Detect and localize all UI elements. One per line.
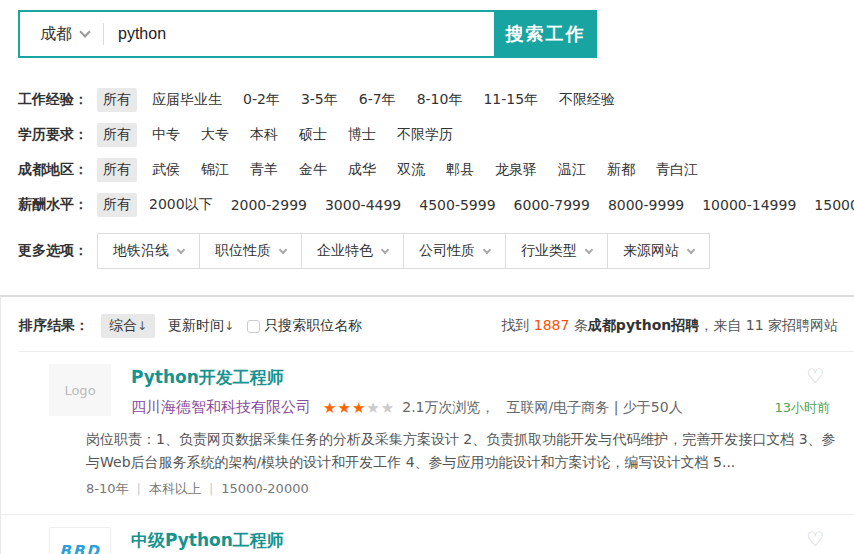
filter-label: 工作经验： <box>18 91 88 109</box>
chevron-down-icon <box>177 245 185 253</box>
dropdown-label: 公司性质 <box>419 242 475 260</box>
filter-option[interactable]: 青白江 <box>650 158 704 182</box>
result-count: 1887 <box>534 317 570 333</box>
dropdown-group: 地铁沿线 职位性质 企业特色 公司性质 行业类型 来源网站 <box>97 233 710 269</box>
filter-row-experience: 工作经验： 所有 应届毕业生 0-2年 3-5年 6-7年 8-10年 11-1… <box>18 88 854 112</box>
search-box: 成都 搜索工作 <box>18 10 597 58</box>
job-card[interactable]: BBD 中级Python工程师 ♡ 成都数联铭品科技有限公司 ★★★★★ 1.8… <box>1 514 854 554</box>
rating-stars: ★★★★★ <box>323 399 395 417</box>
favorite-heart-icon[interactable]: ♡ <box>806 366 838 386</box>
filter-option[interactable]: 温江 <box>552 158 592 182</box>
filter-option[interactable]: 博士 <box>342 123 382 147</box>
dropdown-label: 行业类型 <box>521 242 577 260</box>
filter-option[interactable]: 锦江 <box>195 158 235 182</box>
filter-row-salary: 薪酬水平： 所有 2000以下 2000-2999 3000-4499 4500… <box>18 193 854 217</box>
filter-option[interactable]: 4500-5999 <box>413 194 501 216</box>
filter-option[interactable]: 所有 <box>97 88 137 112</box>
filter-option[interactable]: 3-5年 <box>295 88 344 112</box>
post-time: 13小时前 <box>774 399 838 417</box>
filter-option[interactable]: 大专 <box>195 123 235 147</box>
education-requirement: 本科以上 <box>149 481 201 496</box>
company-logo: BBD <box>49 527 111 554</box>
filter-option[interactable]: 6-7年 <box>353 88 402 112</box>
filter-option[interactable]: 所有 <box>97 123 137 147</box>
city-selector[interactable]: 成都 <box>20 24 103 45</box>
dropdown-company-feature[interactable]: 企业特色 <box>301 233 404 269</box>
dropdown-source-site[interactable]: 来源网站 <box>607 233 710 269</box>
filter-option[interactable]: 2000以下 <box>143 193 219 217</box>
job-requirements: 8-10年|本科以上|15000-20000 <box>86 480 838 514</box>
chevron-down-icon <box>79 26 90 37</box>
dropdown-job-type[interactable]: 职位性质 <box>199 233 302 269</box>
job-card[interactable]: Logo Python开发工程师 ♡ 四川海德智和科技有限公司 ★★★★★ 2.… <box>1 352 854 514</box>
checkbox-text: 只搜索职位名称 <box>264 317 362 335</box>
title-only-checkbox[interactable] <box>247 320 260 333</box>
filter-option[interactable]: 所有 <box>97 158 137 182</box>
arrow-down-icon: ↓ <box>137 319 147 333</box>
result-keyword: 成都python招聘 <box>588 317 699 333</box>
chevron-down-icon <box>585 245 593 253</box>
chevron-down-icon <box>483 245 491 253</box>
filter-section: 工作经验： 所有 应届毕业生 0-2年 3-5年 6-7年 8-10年 11-1… <box>18 88 854 269</box>
sort-update-time-button[interactable]: 更新时间↓ <box>168 317 234 335</box>
dropdown-label: 企业特色 <box>317 242 373 260</box>
filter-option[interactable]: 不限学历 <box>391 123 459 147</box>
filter-option[interactable]: 15000-19999 <box>808 194 854 216</box>
filter-row-district: 成都地区： 所有 武侯 锦江 青羊 金牛 成华 双流 郫县 龙泉驿 温江 新都 … <box>18 158 854 182</box>
filter-option[interactable]: 龙泉驿 <box>489 158 543 182</box>
filter-option[interactable]: 新都 <box>601 158 641 182</box>
search-input[interactable] <box>104 12 494 56</box>
filter-option[interactable]: 0-2年 <box>237 88 286 112</box>
chevron-down-icon <box>687 245 695 253</box>
sort-option-label: 综合 <box>109 317 137 333</box>
dropdown-label: 地铁沿线 <box>113 242 169 260</box>
job-description: 岗位职责：1、负责网页数据采集任务的分析及采集方案设计 2、负责抓取功能开发与代… <box>86 428 838 473</box>
company-link[interactable]: 四川海德智和科技有限公司 <box>131 398 311 417</box>
filter-row-education: 学历要求： 所有 中专 大专 本科 硕士 博士 不限学历 <box>18 123 854 147</box>
filter-option[interactable]: 2000-2999 <box>225 194 313 216</box>
dropdown-label: 职位性质 <box>215 242 271 260</box>
job-title-link[interactable]: Python开发工程师 <box>131 366 284 389</box>
filter-option[interactable]: 8-10年 <box>411 88 469 112</box>
filter-option[interactable]: 硕士 <box>293 123 333 147</box>
filter-option[interactable]: 双流 <box>391 158 431 182</box>
dropdown-label: 来源网站 <box>623 242 679 260</box>
filter-option[interactable]: 中专 <box>146 123 186 147</box>
divider: | <box>137 481 141 496</box>
dropdown-industry[interactable]: 行业类型 <box>505 233 608 269</box>
search-button[interactable]: 搜索工作 <box>494 10 597 58</box>
filter-option[interactable]: 武侯 <box>146 158 186 182</box>
arrow-down-icon: ↓ <box>224 319 234 333</box>
filter-option[interactable]: 所有 <box>97 193 137 217</box>
city-label: 成都 <box>40 24 72 45</box>
filter-option[interactable]: 郫县 <box>440 158 480 182</box>
search-section: 成都 搜索工作 <box>0 0 854 58</box>
filter-option[interactable]: 10000-14999 <box>696 194 802 216</box>
filter-option[interactable]: 3000-4499 <box>319 194 407 216</box>
chevron-down-icon <box>381 245 389 253</box>
filter-option[interactable]: 金牛 <box>293 158 333 182</box>
filter-label: 更多选项： <box>18 242 88 260</box>
filter-label: 薪酬水平： <box>18 196 88 214</box>
filter-option[interactable]: 成华 <box>342 158 382 182</box>
title-only-checkbox-label[interactable]: 只搜索职位名称 <box>247 317 362 335</box>
filter-option[interactable]: 青羊 <box>244 158 284 182</box>
filter-option[interactable]: 应届毕业生 <box>146 88 228 112</box>
filter-option[interactable]: 不限经验 <box>553 88 621 112</box>
sort-bar: 排序结果： 综合↓ 更新时间↓ 只搜索职位名称 找到 1887 条成都pytho… <box>1 297 854 351</box>
filter-option[interactable]: 6000-7999 <box>508 194 596 216</box>
job-title-link[interactable]: 中级Python工程师 <box>131 529 284 552</box>
divider: | <box>209 481 213 496</box>
industry-size: 互联网/电子商务 | 少于50人 <box>507 399 683 417</box>
sort-label: 排序结果： <box>19 317 89 335</box>
filter-label: 成都地区： <box>18 161 88 179</box>
filter-option[interactable]: 本科 <box>244 123 284 147</box>
filter-option[interactable]: 8000-9999 <box>602 194 690 216</box>
dropdown-company-type[interactable]: 公司性质 <box>403 233 506 269</box>
filter-row-more-options: 更多选项： 地铁沿线 职位性质 企业特色 公司性质 行业类型 <box>18 233 854 269</box>
sort-comprehensive-button[interactable]: 综合↓ <box>101 314 155 338</box>
dropdown-metro[interactable]: 地铁沿线 <box>97 233 200 269</box>
filter-option[interactable]: 11-15年 <box>477 88 544 112</box>
favorite-heart-icon[interactable]: ♡ <box>806 529 838 549</box>
sort-option-label: 更新时间 <box>168 317 224 333</box>
